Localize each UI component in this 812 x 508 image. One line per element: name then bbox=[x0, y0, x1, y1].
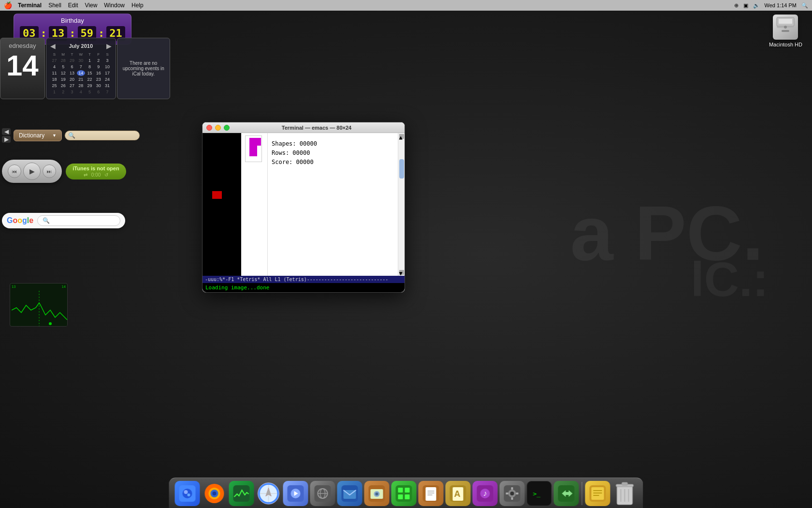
dock-icon-itunes[interactable] bbox=[283, 481, 308, 506]
scrollbar-thumb[interactable] bbox=[399, 159, 404, 179]
tetris-score: Score: 00000 bbox=[272, 158, 401, 167]
dock-item-notes[interactable] bbox=[585, 481, 610, 506]
dock-icon-numbers[interactable] bbox=[392, 481, 417, 506]
dock-item-terminal[interactable]: >_ bbox=[527, 481, 552, 506]
dictionary-search-input[interactable] bbox=[77, 133, 125, 138]
terminal-window[interactable]: Terminal — emacs — 80×24 Shapes: 00000 R… bbox=[202, 122, 405, 293]
dock-icon-garageband[interactable]: ♪ bbox=[473, 481, 498, 506]
itunes-widget: ⏮ ▶ ⏭ iTunes is not open ⇄ 0:00 ↺ bbox=[2, 160, 126, 183]
bg-text-2: lC.: bbox=[691, 252, 768, 307]
calendar-month-label: July 2010 bbox=[69, 43, 93, 49]
terminal-statusbar: -uuu:%*-F1 *Tetris* All L1 (Tetris)-----… bbox=[203, 276, 405, 283]
menubar: 🍎 Terminal Shell Edit View Window Help ⊕… bbox=[0, 0, 812, 11]
dict-next-arrow[interactable]: ▶ bbox=[2, 136, 11, 143]
dock-item-numbers[interactable] bbox=[392, 481, 417, 506]
svg-point-33 bbox=[376, 493, 378, 495]
svg-rect-55 bbox=[506, 493, 508, 494]
hd-icon-image bbox=[773, 15, 798, 40]
dock-icon-font-book[interactable]: A bbox=[446, 481, 471, 506]
svg-rect-37 bbox=[398, 494, 403, 499]
menubar-terminal[interactable]: Terminal bbox=[18, 2, 42, 9]
itunes-status-panel: iTunes is not open ⇄ 0:00 ↺ bbox=[66, 164, 126, 179]
svg-point-8 bbox=[184, 490, 188, 494]
dock-icon-trash[interactable] bbox=[612, 481, 638, 506]
dictionary-select[interactable]: Dictionary ▼ bbox=[14, 130, 62, 141]
svg-rect-14 bbox=[233, 485, 250, 502]
dock-item-trash[interactable] bbox=[612, 481, 638, 506]
apple-menu[interactable]: 🍎 bbox=[4, 1, 12, 9]
dock-item-migration[interactable] bbox=[554, 481, 579, 506]
itunes-forward-button[interactable]: ⏭ bbox=[43, 164, 56, 178]
calendar-widget: ednesday 14 ◀ July 2010 ▶ S M T W T F S … bbox=[0, 38, 170, 99]
itunes-rewind-button[interactable]: ⏮ bbox=[8, 164, 21, 178]
calendar-grid-header: ◀ July 2010 ▶ bbox=[50, 42, 112, 50]
menubar-window[interactable]: Window bbox=[104, 2, 125, 9]
dock-item-garageband[interactable]: ♪ bbox=[473, 481, 498, 506]
menubar-view[interactable]: View bbox=[85, 2, 98, 9]
calendar-day-name: ednesday bbox=[6, 42, 39, 49]
dock-icon-terminal[interactable]: >_ bbox=[527, 481, 552, 506]
bluetooth-icon[interactable]: ⊕ bbox=[734, 2, 739, 9]
dock-item-itunes[interactable] bbox=[283, 481, 308, 506]
tetris-play-area bbox=[203, 133, 241, 276]
scrollbar-down-button[interactable]: ▼ bbox=[399, 270, 404, 275]
terminal-scrollbar[interactable]: ▲ ▼ bbox=[398, 133, 405, 276]
cal-prev[interactable]: ◀ bbox=[50, 42, 56, 50]
google-search-widget: Google 🔍 bbox=[2, 213, 125, 228]
dock-item-network[interactable] bbox=[310, 481, 335, 506]
itunes-shuffle-icon[interactable]: ⇄ bbox=[84, 172, 87, 178]
scrollbar-up-button[interactable]: ▲ bbox=[399, 134, 404, 139]
dock-icon-activity-monitor[interactable] bbox=[229, 481, 254, 506]
terminal-close-button[interactable] bbox=[206, 125, 212, 131]
small-terminal-preview[interactable]: 13 14 bbox=[10, 283, 68, 327]
tetris-rows: Rows: 00000 bbox=[272, 149, 401, 158]
dock-item-iphoto[interactable] bbox=[364, 481, 390, 506]
dock-item-system-preferences[interactable] bbox=[500, 481, 525, 506]
spotlight-icon[interactable]: 🔍 bbox=[801, 2, 808, 9]
volume-icon[interactable]: 🔊 bbox=[753, 2, 760, 9]
svg-point-9 bbox=[188, 493, 190, 496]
dock-item-font-book[interactable]: A bbox=[446, 481, 471, 506]
terminal-title: Terminal — emacs — 80×24 bbox=[232, 125, 401, 131]
svg-rect-68 bbox=[622, 482, 628, 485]
itunes-time: 0:00 bbox=[91, 172, 101, 178]
itunes-play-button[interactable]: ▶ bbox=[23, 163, 41, 180]
menubar-edit[interactable]: Edit bbox=[68, 2, 78, 9]
dock-icon-network[interactable] bbox=[310, 481, 335, 506]
dict-prev-arrow[interactable]: ◀ bbox=[2, 128, 11, 135]
itunes-repeat-icon[interactable]: ↺ bbox=[104, 172, 108, 178]
dock-item-safari[interactable] bbox=[256, 481, 281, 506]
svg-rect-40 bbox=[426, 487, 436, 501]
menubar-help[interactable]: Help bbox=[131, 2, 144, 9]
dock-item-mail[interactable] bbox=[337, 481, 362, 506]
terminal-minimize-button[interactable] bbox=[215, 125, 221, 131]
dock-item-activity-monitor[interactable] bbox=[229, 481, 254, 506]
dock-icon-iphoto[interactable] bbox=[364, 481, 390, 506]
terminal-content: Shapes: 00000 Rows: 00000 Score: 00000 ▲… bbox=[203, 133, 405, 276]
dictionary-search-box[interactable]: 🔍 bbox=[65, 131, 140, 140]
ical-panel: There are no upcoming events in iCal tod… bbox=[117, 38, 170, 99]
svg-rect-56 bbox=[516, 493, 519, 494]
dock-icon-notes[interactable] bbox=[585, 481, 610, 506]
menubar-shell[interactable]: Shell bbox=[48, 2, 61, 9]
dock-icon-system-preferences[interactable] bbox=[500, 481, 525, 506]
dictionary-nav-arrows: ◀ ▶ bbox=[2, 128, 11, 143]
cal-next[interactable]: ▶ bbox=[106, 42, 112, 50]
google-search-box[interactable]: 🔍 bbox=[37, 215, 120, 226]
svg-rect-38 bbox=[405, 494, 410, 499]
battery-icon[interactable]: ▣ bbox=[743, 2, 748, 9]
dock-icon-firefox[interactable] bbox=[202, 481, 227, 506]
hd-icon[interactable]: Macintosh HD bbox=[769, 15, 802, 47]
dock-item-finder[interactable] bbox=[175, 481, 200, 506]
dock-icon-safari[interactable] bbox=[256, 481, 281, 506]
dock-icon-migration[interactable] bbox=[554, 481, 579, 506]
google-search-input[interactable] bbox=[52, 218, 115, 224]
dock-icon-mail[interactable] bbox=[337, 481, 362, 506]
dock-icon-finder[interactable] bbox=[175, 481, 200, 506]
dock-item-pages[interactable] bbox=[419, 481, 444, 506]
terminal-cmdline[interactable]: Loading image...done bbox=[203, 283, 405, 292]
svg-point-5 bbox=[49, 322, 52, 325]
terminal-maximize-button[interactable] bbox=[224, 125, 230, 131]
dock-item-firefox[interactable] bbox=[202, 481, 227, 506]
dock-icon-pages[interactable] bbox=[419, 481, 444, 506]
